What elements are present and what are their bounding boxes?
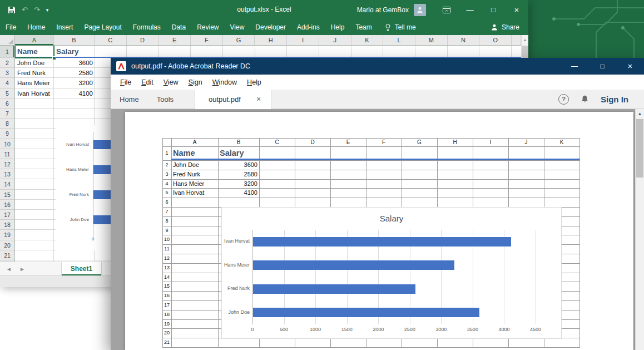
row-header-5[interactable]: 5 [0,88,14,98]
undo-icon[interactable]: ↶ [22,6,28,14]
cell-a4[interactable]: Hans Meier [17,78,50,88]
qat-customize-icon[interactable]: ▾ [46,7,49,13]
redo-icon[interactable]: ↷ [34,6,40,14]
chart-gridline [536,230,536,324]
row-header-13[interactable]: 13 [0,169,14,179]
column-header-partial[interactable] [512,35,521,45]
row-header-1[interactable]: 1 [0,46,14,58]
ribbon-tab-help[interactable]: Help [325,19,350,35]
column-header-D[interactable]: D [127,35,159,45]
menu-help[interactable]: Help [242,78,266,86]
ribbon-tab-team[interactable]: Team [350,19,377,35]
row-header-14[interactable]: 14 [0,179,14,189]
row-header-18[interactable]: 18 [0,220,14,230]
help-icon[interactable]: ? [558,94,569,105]
ribbon-tab-formulas[interactable]: Formulas [127,19,166,35]
row-header-6[interactable]: 6 [0,98,14,109]
column-header-M[interactable]: M [415,35,448,45]
cell-a5[interactable]: Ivan Horvat [17,88,50,98]
sheet-nav-right-icon[interactable]: ► [16,266,29,272]
excel-minimize-button[interactable]: — [458,0,482,19]
tell-me-box[interactable]: Tell me [378,23,423,31]
cell-a3[interactable]: Fred Nurk [17,68,46,78]
row-header-11[interactable]: 11 [0,149,14,159]
ribbon-tab-page-layout[interactable]: Page Layout [78,19,127,35]
column-header-B[interactable]: B [54,35,95,45]
pdf-row-header-21: 21 [162,338,171,347]
column-header-C[interactable]: C [95,35,127,45]
chart-tick-label-4500: 4500 [524,327,547,332]
column-header-J[interactable]: J [319,35,351,45]
ribbon-tab-file[interactable]: File [0,19,22,35]
menu-file[interactable]: File [115,78,136,86]
tab-document-outputpdf[interactable]: output.pdf × [195,90,271,109]
row-header-7[interactable]: 7 [0,109,14,119]
pdf-minimize-button[interactable]: — [561,58,588,75]
excel-close-button[interactable]: × [505,0,528,19]
save-icon[interactable] [8,6,16,14]
user-avatar[interactable] [414,4,426,16]
column-header-G[interactable]: G [223,35,255,45]
column-header-I[interactable]: I [287,35,319,45]
cell-b3[interactable]: 2580 [54,68,93,78]
excel-account-name[interactable]: Mario at GemBox [357,6,409,14]
excel-maximize-button[interactable]: □ [482,0,505,19]
column-header-H[interactable]: H [255,35,288,45]
menu-view[interactable]: View [158,78,184,86]
column-header-L[interactable]: L [383,35,415,45]
row-header-20[interactable]: 20 [0,240,14,250]
sign-in-button[interactable]: Sign In [601,95,628,104]
column-header-E[interactable]: E [158,35,191,45]
ribbon-tab-view[interactable]: View [225,19,250,35]
cell-b4[interactable]: 3200 [54,78,93,88]
row-header-21[interactable]: 21 [0,250,14,260]
bell-icon[interactable] [580,95,589,104]
row-header-9[interactable]: 9 [0,129,14,139]
select-all-corner[interactable] [0,35,15,46]
cell-b2[interactable]: 3600 [54,58,93,68]
pdf-scroll-up-icon[interactable]: ▲ [636,109,644,119]
row-header-19[interactable]: 19 [0,230,14,240]
ribbon-tab-data[interactable]: Data [166,19,191,35]
ribbon-tab-add-ins[interactable]: Add-ins [291,19,325,35]
pdf-vscrollbar[interactable]: ▲ [635,109,644,350]
row-header-15[interactable]: 15 [0,190,14,200]
ribbon-display-options-icon[interactable] [438,0,455,19]
pdf-maximize-button[interactable]: □ [588,58,616,75]
row-header-12[interactable]: 12 [0,159,14,169]
document-tab-close-icon[interactable]: × [256,95,261,103]
column-header-N[interactable]: N [448,35,480,45]
chart-bar-john-doe [253,308,479,317]
pdf-close-button[interactable]: × [616,58,644,75]
sheet-nav-left-icon[interactable]: ◄ [2,266,16,272]
row-header-4[interactable]: 4 [0,78,14,88]
cell-b5[interactable]: 4100 [54,88,93,98]
ribbon-tab-review[interactable]: Review [191,19,224,35]
column-header-A[interactable]: A [15,35,54,45]
cell-a2[interactable]: John Doe [17,58,44,68]
share-button[interactable]: Share [482,23,528,31]
pdf-vscroll-thumb[interactable] [636,119,643,178]
menu-window[interactable]: Window [207,78,242,86]
column-header-F[interactable]: F [191,35,223,45]
selection-fill-handle[interactable] [52,56,56,60]
row-header-2[interactable]: 2 [0,58,14,68]
pdf-titlebar: output.pdf - Adobe Acrobat Reader DC — □… [111,58,644,75]
column-header-K[interactable]: K [351,35,384,45]
row-header-10[interactable]: 10 [0,139,14,149]
ribbon-tab-insert[interactable]: Insert [51,19,78,35]
ribbon-tab-developer[interactable]: Developer [250,19,291,35]
tab-tools[interactable]: Tools [148,90,182,109]
row-header-17[interactable]: 17 [0,210,14,220]
sheet-tab-sheet1[interactable]: Sheet1 [61,262,102,275]
ribbon-tab-home[interactable]: Home [22,19,51,35]
row-header-8[interactable]: 8 [0,119,14,129]
cell-b1[interactable]: Salary [56,46,79,58]
row-header-3[interactable]: 3 [0,68,14,78]
column-header-O[interactable]: O [479,35,512,45]
tab-home[interactable]: Home [111,90,148,109]
menu-sign[interactable]: Sign [184,78,207,86]
scroll-up-icon[interactable]: ▲ [522,35,528,45]
row-header-16[interactable]: 16 [0,200,14,210]
menu-edit[interactable]: Edit [136,78,158,86]
